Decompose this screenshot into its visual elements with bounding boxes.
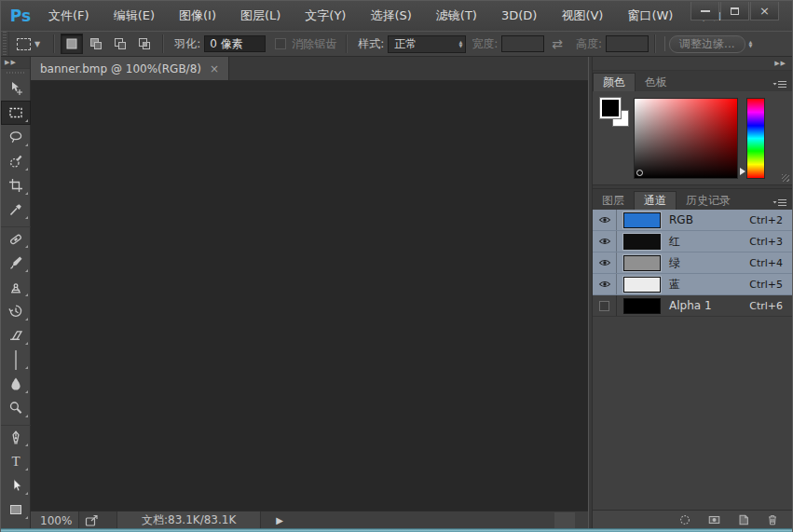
menu-bar: Ps 文件(F) 编辑(E) 图像(I) 图层(L) 文字(Y) 选择(S) 滤… [1,1,792,31]
swap-width-height-icon[interactable]: ⇄ [552,36,563,51]
menu-item[interactable]: 选择(S) [358,1,423,31]
maximize-button[interactable] [720,2,749,20]
foreground-color-swatch[interactable] [600,98,621,118]
channel-row[interactable]: Alpha 1 Ctrl+6 [593,295,792,317]
width-input[interactable] [501,35,544,52]
tab-close-icon[interactable]: × [210,62,219,75]
menu-item[interactable]: 3D(D) [489,1,549,31]
channels-panel-tab[interactable]: 图层 [593,191,634,210]
channel-thumbnail[interactable] [623,255,661,271]
pen-tool[interactable] [1,425,31,449]
menu-item[interactable]: 滤镜(T) [424,1,489,31]
menu-item[interactable]: 文字(Y) [293,1,358,31]
channel-row[interactable]: 蓝 Ctrl+5 [593,274,792,295]
menu-item[interactable]: 图像(I) [167,1,228,31]
share-document-icon[interactable] [79,514,103,527]
new-channel-button[interactable] [737,513,750,526]
menu-item[interactable]: 窗口(W) [615,1,685,31]
scroll-corner[interactable] [554,512,575,529]
load-channel-as-selection-button[interactable] [678,513,691,526]
clone-stamp-tool[interactable] [1,275,31,299]
spinner-icon: ▲▼ [458,40,462,48]
channel-thumbnail[interactable] [623,298,661,314]
channel-visibility-toggle[interactable] [593,252,617,273]
document-tab[interactable]: banner.bmp @ 100%(RGB/8) × [31,57,229,80]
refine-edge-button[interactable]: 调整边缘... [669,35,745,53]
menu-item[interactable]: 图层(L) [228,1,293,31]
quick-selection-tool[interactable] [1,149,31,173]
menu-items: 文件(F) 编辑(E) 图像(I) 图层(L) 文字(Y) 选择(S) 滤镜(T… [36,1,752,31]
blur-tool[interactable] [1,372,31,396]
document-area: banner.bmp @ 100%(RGB/8) × 100% 文档:83.1K… [31,57,588,529]
channel-thumbnail[interactable] [623,277,661,293]
options-bar-grip[interactable] [1,32,9,56]
flyout-indicator-icon [25,492,28,495]
eyedropper-tool[interactable] [1,198,31,222]
spot-healing-tool[interactable] [1,226,31,251]
crop-tool[interactable] [1,173,31,198]
divider [664,36,665,51]
channel-row[interactable]: 红 Ctrl+3 [593,231,792,252]
intersect-selection-button[interactable] [133,34,156,54]
menu-item[interactable]: 文件(F) [36,1,102,31]
feather-input[interactable] [204,35,266,52]
color-panel-tab[interactable]: 色板 [636,73,677,91]
rect-marquee-tool[interactable] [1,101,31,125]
channel-shortcut: Ctrl+6 [749,300,783,312]
new-selection-button[interactable] [61,34,83,54]
height-label: 高度: [576,36,602,52]
history-brush-tool[interactable] [1,299,31,323]
channel-row[interactable]: RGB Ctrl+2 [593,210,792,231]
rectangle-tool[interactable] [1,498,31,522]
brush-tool[interactable] [1,251,31,275]
canvas[interactable] [31,81,588,511]
tool-preset-picker[interactable]: ▼ [9,38,48,50]
style-dropdown[interactable]: 正常 ▲▼ [388,35,466,53]
color-panel-tabs: 颜色 色板 [593,71,792,91]
dock-collapse-button[interactable]: ▶▶ [593,57,792,71]
saturation-brightness-picker[interactable] [634,98,738,179]
menu-item[interactable]: 视图(V) [549,1,615,31]
move-tool[interactable] [1,76,31,101]
eraser-tool[interactable] [1,323,31,348]
panel-menu-icon[interactable] [772,194,787,211]
zoom-level-value: 100% [40,514,72,527]
color-panel-tab[interactable]: 颜色 [593,73,636,91]
refine-edge-group: 调整边缘... ▲▼ [664,35,752,53]
channel-thumbnail[interactable] [623,212,661,228]
add-to-selection-icon [89,36,103,51]
height-input[interactable] [606,35,649,52]
zoom-level-field[interactable]: 100% [31,512,79,529]
subtract-from-selection-button[interactable] [109,34,131,54]
channel-thumbnail[interactable] [623,234,661,250]
channel-visibility-toggle[interactable] [593,231,617,252]
channel-row[interactable]: 绿 Ctrl+4 [593,252,792,274]
dodge-tool[interactable] [1,396,31,420]
channel-visibility-toggle[interactable] [593,274,617,294]
delete-channel-button[interactable] [766,513,779,526]
tools-collapse-button[interactable]: ▶▶ [1,57,30,69]
channel-name: RGB [669,213,749,226]
subtract-from-selection-icon [113,36,128,51]
minimize-button[interactable] [690,2,719,20]
menu-item[interactable]: 编辑(E) [102,1,167,31]
type-tool[interactable]: T [1,449,31,473]
channels-panel-tab[interactable]: 通道 [634,191,677,210]
path-selection-tool[interactable] [1,473,31,498]
channels-panel-tab[interactable]: 历史记录 [677,191,740,210]
close-button[interactable]: × [750,2,779,20]
color-picker-marker[interactable] [636,170,643,176]
panel-resize-grip[interactable] [782,174,789,182]
tools-grip[interactable] [1,69,30,76]
hue-slider[interactable] [746,98,765,179]
status-popup-arrow-icon[interactable]: ▶ [276,515,283,525]
channel-visibility-toggle[interactable] [593,210,617,230]
ps-logo: Ps [5,7,36,25]
lasso-tool[interactable] [1,125,31,149]
channel-visibility-toggle[interactable] [593,295,617,316]
save-selection-as-channel-button[interactable] [707,513,721,526]
document-size-info[interactable]: 文档:83.1K/83.1K [116,512,261,529]
gradient-tool[interactable] [1,348,31,372]
add-to-selection-button[interactable] [85,34,107,54]
anti-alias-checkbox[interactable] [275,38,286,49]
